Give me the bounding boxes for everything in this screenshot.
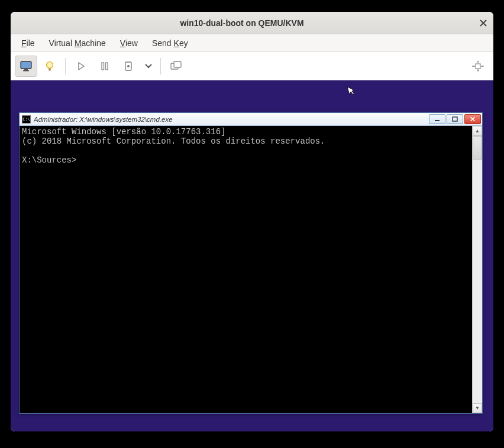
run-button[interactable] bbox=[70, 56, 92, 77]
play-icon bbox=[77, 62, 85, 70]
minimize-button[interactable] bbox=[429, 114, 445, 124]
snapshots-icon bbox=[170, 61, 182, 72]
pause-button[interactable] bbox=[93, 56, 116, 77]
scroll-thumb[interactable] bbox=[473, 136, 482, 160]
scrollbar[interactable]: ▲ ▼ bbox=[472, 126, 482, 413]
svg-rect-3 bbox=[23, 70, 29, 72]
svg-rect-1 bbox=[21, 62, 31, 68]
cmd-close-button[interactable] bbox=[464, 114, 481, 124]
cmd-window: C:\ Administrador: X:\windows\system32\c… bbox=[19, 112, 483, 414]
console-button[interactable] bbox=[15, 56, 37, 77]
maximize-button[interactable] bbox=[447, 114, 463, 124]
svg-rect-6 bbox=[49, 70, 51, 71]
svg-rect-7 bbox=[102, 63, 104, 70]
menu-view[interactable]: View bbox=[114, 37, 144, 50]
cmd-title: Administrador: X:\windows\system32\cmd.e… bbox=[34, 116, 426, 123]
cmd-icon: C:\ bbox=[22, 115, 31, 124]
details-button[interactable] bbox=[38, 56, 61, 77]
snapshots-button[interactable] bbox=[165, 56, 188, 77]
svg-rect-14 bbox=[435, 120, 440, 121]
cmd-titlebar[interactable]: C:\ Administrador: X:\windows\system32\c… bbox=[20, 113, 482, 126]
svg-point-4 bbox=[47, 61, 53, 68]
svg-rect-12 bbox=[174, 61, 181, 67]
pause-icon bbox=[101, 62, 108, 70]
menu-send-key[interactable]: Send Key bbox=[146, 37, 194, 50]
separator bbox=[65, 58, 66, 74]
virt-viewer-window: win10-dual-boot on QEMU/KVM File Virtual… bbox=[11, 12, 493, 431]
scroll-down-button[interactable]: ▼ bbox=[473, 403, 482, 413]
vm-display-area[interactable]: C:\ Administrador: X:\windows\system32\c… bbox=[11, 80, 493, 431]
close-button[interactable] bbox=[473, 12, 493, 34]
scroll-up-button[interactable]: ▲ bbox=[473, 126, 482, 136]
chevron-down-icon bbox=[145, 64, 152, 69]
window-title: win10-dual-boot on QEMU/KVM bbox=[11, 18, 473, 28]
menu-virtual-machine[interactable]: Virtual Machine bbox=[43, 37, 112, 50]
svg-rect-2 bbox=[24, 69, 28, 70]
monitor-icon bbox=[20, 60, 33, 72]
mouse-cursor-icon bbox=[347, 84, 357, 96]
menu-file[interactable]: File bbox=[15, 37, 41, 50]
lightbulb-icon bbox=[44, 60, 55, 72]
separator bbox=[160, 58, 161, 74]
svg-rect-5 bbox=[49, 68, 51, 70]
power-icon bbox=[124, 61, 133, 72]
menubar: File Virtual Machine View Send Key bbox=[11, 34, 493, 52]
svg-rect-8 bbox=[106, 63, 108, 70]
shutdown-menu-button[interactable] bbox=[141, 56, 156, 77]
titlebar[interactable]: win10-dual-boot on QEMU/KVM bbox=[11, 12, 493, 34]
svg-rect-15 bbox=[453, 117, 457, 121]
toolbar bbox=[11, 52, 493, 80]
cmd-body: Microsoft Windows [versão 10.0.17763.316… bbox=[20, 126, 482, 413]
svg-rect-13 bbox=[476, 64, 480, 69]
cmd-output[interactable]: Microsoft Windows [versão 10.0.17763.316… bbox=[20, 126, 472, 413]
fullscreen-button[interactable] bbox=[467, 56, 489, 77]
svg-point-10 bbox=[127, 65, 130, 67]
fullscreen-icon bbox=[472, 61, 484, 72]
shutdown-button[interactable] bbox=[117, 56, 140, 77]
